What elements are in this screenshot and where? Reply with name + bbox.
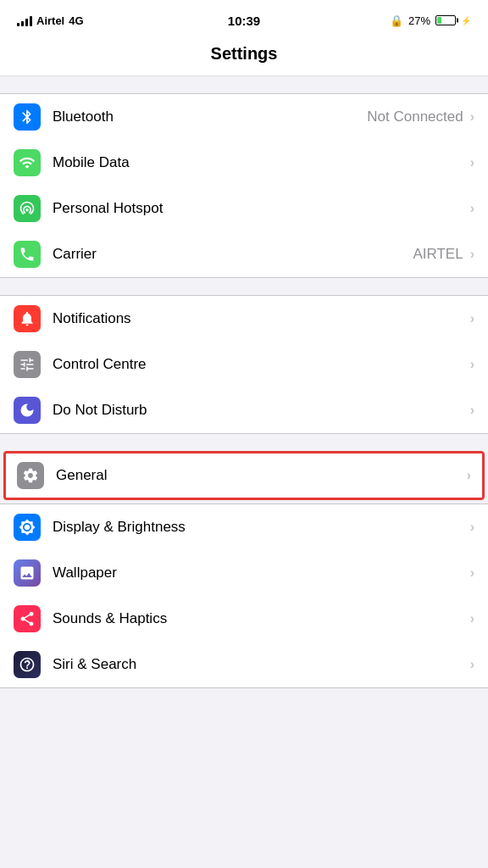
control-centre-icon (14, 351, 41, 378)
carrier-name: Airtel (36, 14, 64, 27)
settings-row-siri-search[interactable]: Siri & Search › (0, 642, 488, 687)
general-chevron: › (467, 468, 471, 483)
general-label: General (56, 467, 467, 484)
settings-row-carrier[interactable]: Carrier AIRTEL › (0, 231, 488, 277)
do-not-disturb-label: Do Not Disturb (53, 402, 470, 419)
status-time: 10:39 (228, 14, 260, 28)
battery-icon (435, 15, 456, 25)
hotspot-icon (14, 195, 41, 222)
sounds-haptics-chevron: › (470, 611, 474, 626)
settings-row-control-centre[interactable]: Control Centre › (0, 342, 488, 387)
display-brightness-chevron: › (470, 520, 474, 535)
siri-search-chevron: › (470, 657, 474, 672)
mobile-data-label: Mobile Data (53, 154, 470, 171)
charging-icon: ⚡ (461, 16, 471, 25)
control-centre-chevron: › (470, 357, 474, 372)
wallpaper-label: Wallpaper (53, 565, 470, 581)
settings-row-notifications[interactable]: Notifications › (0, 296, 488, 342)
bluetooth-label: Bluetooth (53, 108, 367, 125)
lock-icon: 🔒 (390, 14, 403, 27)
sounds-haptics-icon (14, 605, 41, 632)
settings-group-connectivity: Bluetooth Not Connected › Mobile Data › … (0, 93, 488, 278)
carrier-value: AIRTEL (413, 246, 463, 263)
carrier-icon (14, 241, 41, 268)
siri-search-icon (14, 651, 41, 678)
bluetooth-value: Not Connected (367, 108, 463, 125)
battery-percent: 27% (408, 14, 430, 27)
status-bar: Airtel 4G 10:39 🔒 27% ⚡ (0, 0, 488, 37)
sounds-haptics-label: Sounds & Haptics (53, 610, 470, 627)
status-carrier: Airtel 4G (17, 14, 84, 27)
control-centre-label: Control Centre (53, 356, 470, 373)
do-not-disturb-chevron: › (470, 403, 474, 418)
mobile-data-icon (14, 149, 41, 176)
battery-fill (437, 17, 441, 24)
status-battery-area: 🔒 27% ⚡ (390, 14, 471, 27)
hotspot-label: Personal Hotspot (53, 200, 470, 217)
signal-bar-2 (21, 21, 24, 26)
settings-row-general[interactable]: General › (3, 451, 485, 500)
settings-row-mobile-data[interactable]: Mobile Data › (0, 140, 488, 186)
settings-row-sounds-haptics[interactable]: Sounds & Haptics › (0, 596, 488, 642)
settings-row-bluetooth[interactable]: Bluetooth Not Connected › (0, 94, 488, 140)
page-title: Settings (211, 44, 278, 63)
notifications-chevron: › (470, 311, 474, 326)
settings-group-display: Display & Brightness › Wallpaper › Sound… (0, 504, 488, 688)
signal-bar-1 (17, 23, 19, 26)
carrier-chevron: › (470, 247, 474, 262)
network-type: 4G (69, 14, 83, 27)
battery-icon-container (435, 15, 456, 25)
bluetooth-chevron: › (470, 109, 474, 125)
settings-group-system: Notifications › Control Centre › Do Not … (0, 295, 488, 434)
signal-bar-3 (25, 19, 28, 26)
wallpaper-chevron: › (470, 565, 474, 581)
settings-row-display-brightness[interactable]: Display & Brightness › (0, 504, 488, 550)
mobile-data-chevron: › (470, 155, 474, 170)
notifications-icon (14, 305, 41, 332)
notifications-label: Notifications (53, 310, 470, 327)
signal-bars (17, 14, 32, 26)
display-brightness-label: Display & Brightness (53, 519, 470, 536)
signal-bar-4 (30, 16, 32, 26)
bluetooth-icon (14, 103, 41, 131)
hotspot-chevron: › (470, 201, 474, 216)
settings-group-general-wrapper: General › (0, 451, 488, 500)
carrier-label: Carrier (53, 246, 413, 263)
do-not-disturb-icon (14, 397, 41, 424)
display-brightness-icon (14, 514, 41, 541)
general-icon (17, 462, 44, 489)
siri-search-label: Siri & Search (53, 656, 470, 673)
settings-row-personal-hotspot[interactable]: Personal Hotspot › (0, 186, 488, 231)
settings-row-wallpaper[interactable]: Wallpaper › (0, 550, 488, 596)
settings-row-do-not-disturb[interactable]: Do Not Disturb › (0, 387, 488, 433)
nav-header: Settings (0, 37, 488, 76)
wallpaper-icon (14, 559, 41, 587)
